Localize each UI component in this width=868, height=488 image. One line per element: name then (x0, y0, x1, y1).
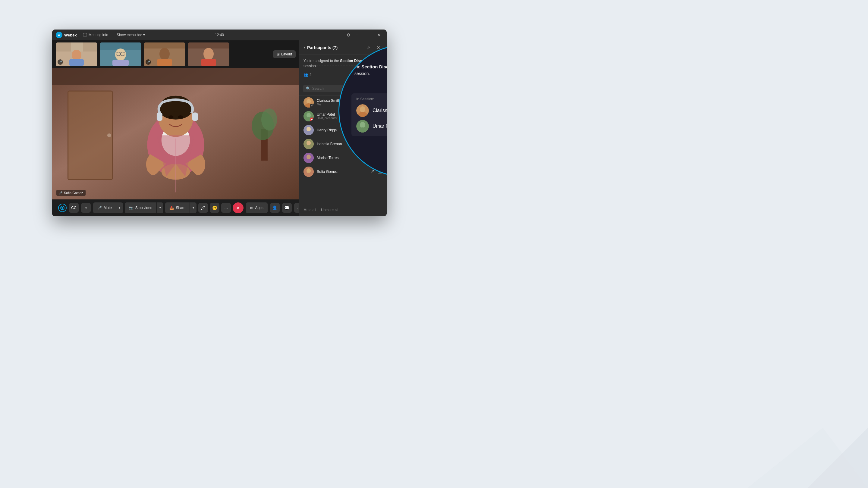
chevron-down-icon: ▾ (304, 45, 305, 50)
settings-icon[interactable]: ⚙ (347, 33, 350, 37)
panel-footer: Mute all Unmute all ··· (299, 203, 387, 216)
host-badge: H (310, 118, 314, 121)
content-area: 🎤 (52, 40, 387, 216)
svg-rect-10 (113, 60, 129, 66)
more-toolbar-button[interactable]: ··· (294, 203, 299, 213)
svg-point-58 (307, 168, 311, 173)
maximize-button[interactable]: □ (364, 32, 372, 38)
people-icon: 👥 (304, 73, 308, 77)
toolbar-center: 🎤 Mute ▾ 📷 Stop video ▾ (93, 202, 244, 213)
chat-button[interactable]: 💬 (282, 203, 292, 213)
thumbnail-strip: 🎤 (52, 40, 299, 68)
whiteboard-button[interactable]: 🖊 (198, 203, 208, 213)
main-area: 🎤 (52, 40, 299, 216)
thumbnail-1[interactable]: 🎤 (56, 42, 97, 66)
in-session-person-1: Clarissa Smith (356, 104, 387, 117)
mute-label: Mute (104, 206, 112, 210)
video-name-badge: 🎤 Sofia Gomez (56, 190, 86, 196)
chevron-down-icon: ▾ (143, 33, 145, 37)
participants-button[interactable]: 👤 (270, 203, 280, 213)
svg-point-15 (159, 48, 170, 60)
svg-rect-22 (68, 91, 113, 180)
title-bar-controls: ⚙ − □ ✕ (347, 32, 383, 38)
in-session-avatar-1 (356, 104, 369, 117)
layout-button[interactable]: ⊞ Layout (273, 50, 296, 58)
active-status-indicator (58, 204, 67, 212)
thumbnail-video-4 (188, 42, 229, 66)
end-call-button[interactable]: ✕ (233, 202, 244, 213)
mute-all-button[interactable]: Mute all (304, 207, 316, 213)
stop-video-button-group: 📷 Stop video ▾ (125, 202, 164, 213)
thumbnail-video-2 (100, 42, 141, 66)
thumbnail-2[interactable] (100, 42, 141, 66)
avatar (304, 167, 314, 177)
more-options-button[interactable]: ··· (221, 203, 231, 213)
footer-more-button[interactable]: ··· (378, 207, 382, 213)
reactions-button[interactable]: 😊 (210, 203, 219, 213)
svg-point-62 (360, 106, 365, 112)
avatar (304, 139, 314, 149)
svg-point-41 (61, 207, 63, 209)
main-video: 🎤 Sofia Gomez (52, 68, 299, 199)
popout-button[interactable]: ⇗ (364, 44, 372, 52)
svg-point-46 (307, 113, 311, 118)
svg-rect-34 (157, 113, 162, 121)
panel-title: ▾ Participants (7) (304, 45, 364, 50)
svg-point-65 (360, 122, 365, 128)
svg-point-24 (107, 133, 111, 137)
in-session-title: In Session: (356, 97, 387, 101)
share-label: Share (176, 206, 185, 210)
minimize-button[interactable]: − (353, 32, 361, 38)
clock-display: 12:40 (215, 33, 224, 37)
share-caret[interactable]: ▾ (190, 202, 196, 213)
caption-button[interactable]: CC (69, 203, 79, 213)
thumbnail-1-mic-icon: 🎤 (58, 59, 63, 65)
share-icon: 📤 (169, 206, 174, 210)
avatar (304, 153, 314, 163)
unmute-all-button[interactable]: Unmute all (321, 207, 338, 213)
mute-button-group: 🎤 Mute ▾ (93, 202, 123, 213)
show-menu-button[interactable]: Show menu bar ▾ (114, 32, 147, 38)
camera-icon: 📷 (129, 206, 133, 210)
svg-point-37 (178, 116, 183, 119)
webex-app-name: Webex (64, 33, 77, 37)
video-caret[interactable]: ▾ (157, 202, 163, 213)
share-button-group: 📤 Share ▾ (165, 202, 196, 213)
svg-point-28 (261, 108, 277, 131)
title-bar: W Webex i Meeting info Show menu bar ▾ 1… (52, 30, 387, 40)
svg-point-52 (307, 141, 311, 145)
stop-video-label: Stop video (135, 206, 153, 210)
in-session-section: In Session: Clarissa Smith (351, 93, 387, 136)
title-bar-time: 12:40 (215, 33, 224, 37)
thumbnail-3-mic-icon: 🎤 (146, 59, 151, 65)
toolbar-right: ⊞ Apps 👤 💬 ··· (246, 202, 299, 213)
svg-rect-6 (69, 59, 84, 66)
session-text-prefix: You're assigned to the (304, 59, 339, 63)
in-session-name-2: Umar Patel (373, 124, 387, 129)
thumbnail-3[interactable]: 🎤 (144, 42, 185, 66)
participant-name: Sofia Gomez (317, 170, 367, 174)
svg-point-5 (72, 50, 82, 61)
in-session-name-1: Clarissa Smith (373, 108, 387, 113)
webex-logo-icon: W (56, 32, 62, 38)
stop-video-button[interactable]: 📷 Stop video (125, 202, 157, 213)
thumbnail-4[interactable] (188, 42, 229, 66)
toolbar-left: CC ▾ (58, 203, 91, 213)
session-text-suffix: session. (304, 64, 317, 68)
session-popup-text: the Section Discussion session. (354, 64, 387, 77)
caption-caret[interactable]: ▾ (81, 203, 91, 213)
mic-icon: 🎤 (97, 206, 102, 210)
mic-muted-icon: 🎤 (59, 191, 62, 195)
close-button[interactable]: ✕ (375, 32, 383, 38)
meeting-info-button[interactable]: i Meeting info (81, 32, 111, 38)
meeting-info-label: Meeting info (89, 33, 108, 37)
svg-point-36 (168, 116, 174, 119)
mute-caret[interactable]: ▾ (116, 202, 123, 213)
popup-session-name: Section Discussion (361, 64, 387, 69)
meeting-info-icon: i (83, 33, 87, 37)
in-session-avatar-2 (356, 120, 369, 133)
mute-button[interactable]: 🎤 Mute (93, 202, 116, 213)
share-button[interactable]: 📤 Share (165, 202, 190, 213)
svg-point-19 (204, 48, 214, 60)
apps-button[interactable]: ⊞ Apps (246, 202, 267, 213)
